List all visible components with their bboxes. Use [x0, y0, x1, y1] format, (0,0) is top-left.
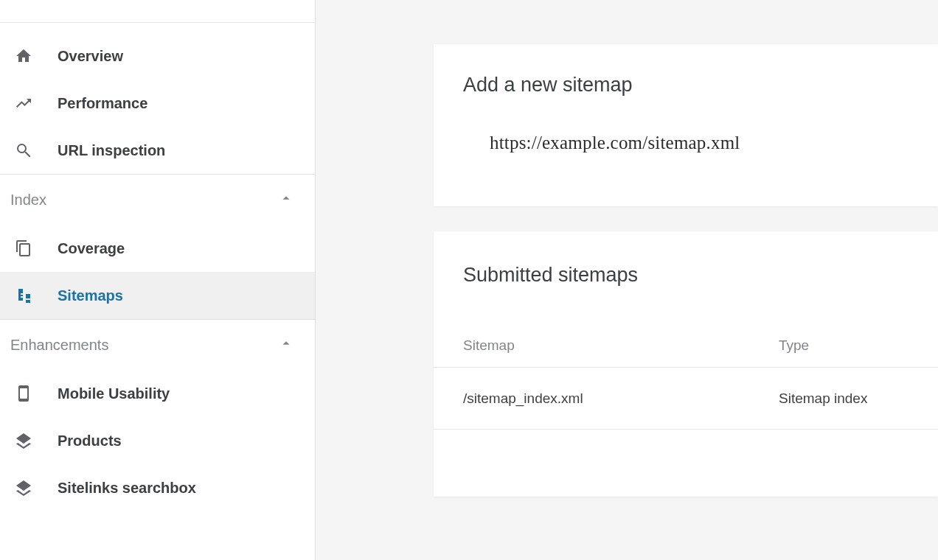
- sidebar-item-url-inspection[interactable]: URL inspection: [0, 127, 315, 174]
- phone-icon: [13, 383, 34, 404]
- submitted-sitemaps-title: Submitted sitemaps: [434, 231, 938, 287]
- submitted-sitemaps-card: Submitted sitemaps Sitemap Type /sitemap…: [434, 231, 938, 497]
- table-cell-sitemap: /sitemap_index.xml: [434, 391, 779, 407]
- sidebar-item-sitelinks-searchbox[interactable]: Sitelinks searchbox: [0, 464, 315, 511]
- table-header-row: Sitemap Type: [434, 323, 938, 368]
- sidebar-item-label: Sitelinks searchbox: [58, 480, 196, 497]
- chevron-up-icon: [278, 335, 294, 354]
- search-icon: [13, 140, 34, 161]
- sitemap-url-input[interactable]: [490, 133, 903, 153]
- table-header-sitemap: Sitemap: [434, 337, 779, 354]
- sidebar: Overview Performance URL inspection Inde…: [0, 0, 316, 560]
- layers-icon: [13, 477, 34, 498]
- sidebar-item-label: Products: [58, 433, 122, 449]
- sidebar-item-label: Mobile Usability: [58, 385, 170, 402]
- sidebar-section-header-enhancements[interactable]: Enhancements: [0, 320, 315, 370]
- sidebar-item-label: URL inspection: [58, 142, 165, 159]
- sidebar-item-label: Performance: [58, 95, 147, 112]
- sidebar-section-label: Enhancements: [10, 337, 108, 354]
- sidebar-item-overview[interactable]: Overview: [0, 32, 315, 80]
- table-row[interactable]: /sitemap_index.xml Sitemap index: [434, 368, 938, 430]
- sidebar-section-index: Index Coverage Sitemaps: [0, 174, 315, 319]
- sidebar-item-label: Coverage: [58, 240, 125, 257]
- sidebar-item-coverage[interactable]: Coverage: [0, 225, 315, 272]
- home-icon: [13, 46, 34, 66]
- table-cell-type: Sitemap index: [779, 391, 938, 407]
- add-sitemap-card: Add a new sitemap: [434, 44, 938, 206]
- sidebar-item-products[interactable]: Products: [0, 417, 315, 464]
- add-sitemap-title: Add a new sitemap: [434, 44, 938, 97]
- table-header-type: Type: [779, 337, 938, 354]
- sidebar-section-header-index[interactable]: Index: [0, 175, 315, 225]
- copy-icon: [13, 238, 34, 259]
- sidebar-item-sitemaps[interactable]: Sitemaps: [0, 272, 315, 319]
- sidebar-section-enhancements: Enhancements Mobile Usability Products: [0, 319, 315, 511]
- sidebar-section-label: Index: [10, 192, 46, 209]
- sidebar-item-performance[interactable]: Performance: [0, 80, 315, 127]
- sidebar-item-label: Sitemaps: [58, 287, 123, 304]
- layers-icon: [13, 430, 34, 451]
- chevron-up-icon: [278, 190, 294, 209]
- sidebar-item-label: Overview: [58, 48, 123, 65]
- trending-icon: [13, 93, 34, 113]
- sitemap-icon: [13, 285, 34, 306]
- sidebar-item-mobile-usability[interactable]: Mobile Usability: [0, 370, 315, 417]
- submitted-sitemaps-table: Sitemap Type /sitemap_index.xml Sitemap …: [434, 323, 938, 430]
- main-content: Add a new sitemap Submitted sitemaps Sit…: [316, 0, 938, 560]
